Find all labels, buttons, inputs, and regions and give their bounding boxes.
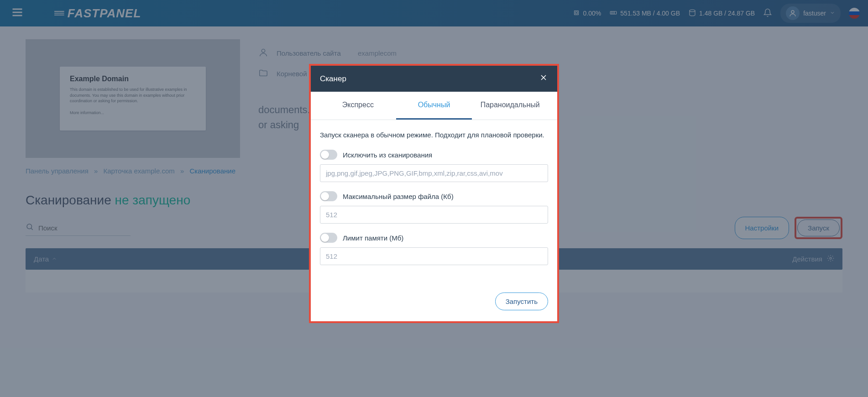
toggle-exclude[interactable] [320,150,337,160]
input-memlimit[interactable] [320,247,548,265]
input-maxsize[interactable] [320,206,548,224]
modal-tabs: Экспресс Обычный Параноидальный [311,92,557,120]
modal-overlay[interactable]: Сканер Экспресс Обычный Параноидальный З… [0,0,868,397]
field-label-memlimit: Лимит памяти (Мб) [343,234,403,242]
tab-express[interactable]: Экспресс [320,92,396,120]
modal-title: Сканер [320,74,346,84]
toggle-memlimit[interactable] [320,233,337,243]
tab-paranoid[interactable]: Параноидальный [472,92,548,120]
field-label-exclude: Исключить из сканирования [343,151,432,159]
input-exclude[interactable] [320,164,548,182]
field-label-maxsize: Максимальный размер файла (Кб) [343,193,454,200]
close-icon [539,75,548,84]
modal-description: Запуск сканера в обычном режиме. Подходи… [320,131,548,139]
modal-header: Сканер [311,66,557,92]
tab-normal[interactable]: Обычный [396,92,472,120]
toggle-maxsize[interactable] [320,191,337,201]
run-button[interactable]: Запустить [495,293,548,310]
close-button[interactable] [539,73,548,84]
scanner-modal: Сканер Экспресс Обычный Параноидальный З… [311,66,557,321]
